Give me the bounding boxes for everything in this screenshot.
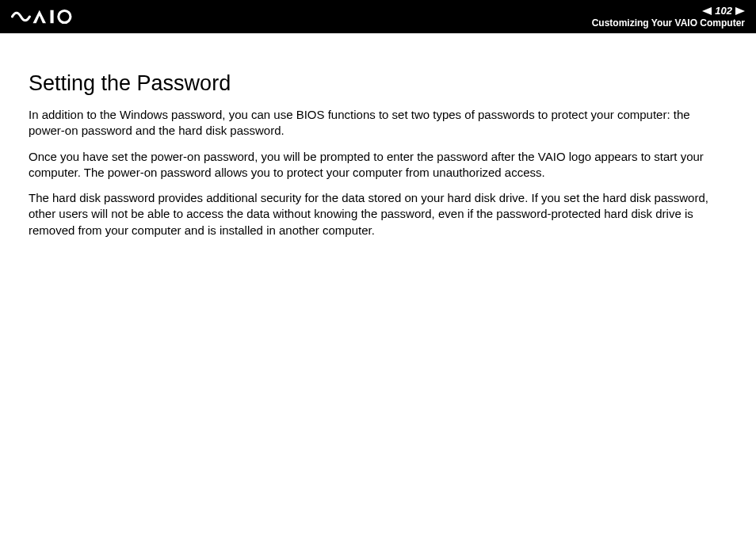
body-paragraph: In addition to the Windows password, you…	[29, 107, 727, 139]
section-label: Customizing Your VAIO Computer	[592, 17, 745, 29]
svg-point-1	[59, 10, 71, 22]
header-right: 102 Customizing Your VAIO Computer	[592, 5, 745, 29]
header-bar: 102 Customizing Your VAIO Computer	[0, 0, 756, 33]
svg-rect-0	[51, 10, 54, 24]
nav-next-icon[interactable]	[735, 7, 745, 15]
svg-marker-2	[702, 7, 712, 15]
page-title: Setting the Password	[29, 71, 727, 96]
nav-prev-icon[interactable]	[702, 7, 712, 15]
svg-marker-3	[735, 7, 745, 15]
vaio-logo	[11, 0, 98, 33]
content-area: Setting the Password In addition to the …	[0, 33, 756, 238]
body-paragraph: Once you have set the power-on password,…	[29, 149, 727, 181]
body-paragraph: The hard disk password provides addition…	[29, 190, 727, 238]
page-nav: 102	[702, 5, 745, 17]
page-number: 102	[715, 5, 732, 17]
